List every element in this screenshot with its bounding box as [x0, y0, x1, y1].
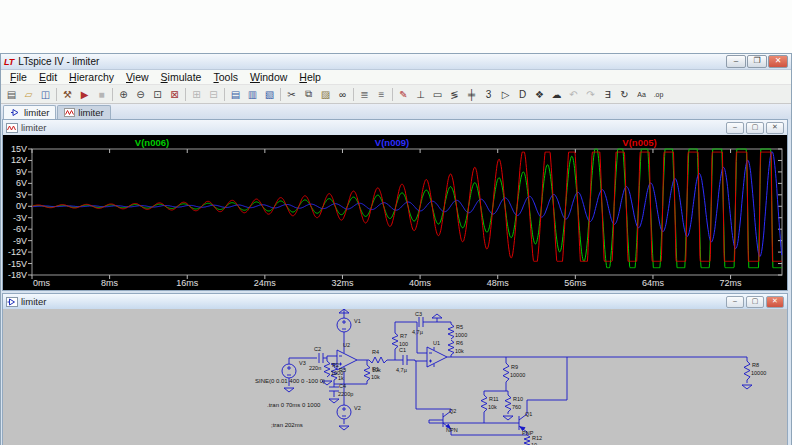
svg-text:3V: 3V [16, 190, 27, 200]
toolbar-button-autorange[interactable]: ⊟ [205, 87, 222, 102]
maximize-button[interactable]: ▢ [746, 122, 764, 134]
part-label-C3: C3 [415, 311, 422, 317]
toolbar-separator [112, 88, 113, 101]
svg-text:6V: 6V [16, 178, 27, 188]
part-label-C4: C4 [339, 383, 346, 389]
toolbar-button-zoom-full-extents[interactable]: ⊡ [149, 87, 166, 102]
menu-item-simulate[interactable]: Simulate [155, 71, 208, 83]
toolbar-button-component[interactable]: D [514, 87, 531, 102]
tab-limiter-schematic[interactable]: limiter [3, 105, 56, 119]
close-button[interactable]: ✕ [766, 296, 784, 308]
minimize-button[interactable]: – [726, 55, 746, 68]
toolbar-button-wire[interactable]: ✎ [395, 87, 412, 102]
maximize-button[interactable]: ▢ [746, 296, 764, 308]
menu-bar: FileEditHierarchyViewSimulateToolsWindow… [1, 70, 791, 85]
svg-text:0ms: 0ms [33, 278, 51, 288]
menu-item-hierarchy[interactable]: Hierarchy [63, 71, 120, 83]
part-label-R11: R11 [489, 396, 499, 402]
svg-text:8ms: 8ms [101, 278, 119, 288]
window-title: LTspice IV - limiter [18, 56, 726, 67]
toolbar-button-cut[interactable]: ✂ [283, 87, 300, 102]
toolbar-button-ground[interactable]: ⊥ [412, 87, 429, 102]
toolbar-button-tile-horizontal[interactable]: ▤ [227, 87, 244, 102]
part-label-R5: R5 [456, 324, 463, 330]
part-value-R9: 10000 [510, 372, 525, 378]
schematic-window-title: limiter [21, 296, 725, 307]
toolbar-button-inductor[interactable]: 3 [480, 87, 497, 102]
toolbar-button-save[interactable]: ◫ [37, 87, 54, 102]
minimize-button[interactable]: – [726, 296, 744, 308]
part-label-C2: C2 [314, 346, 321, 352]
menu-item-view[interactable]: View [120, 71, 155, 83]
schematic-titlebar[interactable]: limiter –▢✕ [3, 294, 787, 309]
toolbar-button-redo[interactable]: ↷ [582, 87, 599, 102]
menu-item-tools[interactable]: Tools [207, 71, 244, 83]
menu-item-window[interactable]: Window [244, 71, 293, 83]
part-value-R10: 760 [512, 404, 521, 410]
part-label-R10: R10 [513, 396, 523, 402]
toolbar-button-paste[interactable]: ▨ [317, 87, 334, 102]
restore-button[interactable]: ❐ [747, 55, 767, 68]
toolbar-button-halt[interactable]: ■ [93, 87, 110, 102]
toolbar-button-find[interactable]: ∞ [334, 87, 351, 102]
toolbar-button-pan[interactable]: ⊞ [188, 87, 205, 102]
part-label-R3: R3 [339, 367, 346, 373]
tab-label: limiter [78, 107, 103, 118]
toolbar-button-zoom-out[interactable]: ⊖ [132, 87, 149, 102]
toolbar-button-tile-vertical[interactable]: ▥ [244, 87, 261, 102]
tab-bar: limiterlimiter [1, 104, 791, 119]
toolbar-button-zoom-in[interactable]: ⊕ [115, 87, 132, 102]
toolbar-separator [224, 88, 225, 101]
toolbar-button-resistor[interactable]: ≶ [446, 87, 463, 102]
ltspice-main-window: LT LTspice IV - limiter –❐✕ FileEditHier… [0, 53, 792, 445]
toolbar-button-mirror[interactable]: ∃ [599, 87, 616, 102]
toolbar-button-print-preview[interactable]: ≡ [373, 87, 390, 102]
waveform-window-icon [6, 123, 18, 133]
toolbar-button-open[interactable]: ▱ [20, 87, 37, 102]
toolbar-separator [56, 88, 57, 101]
toolbar-button-text[interactable]: Aa [633, 87, 650, 102]
part-value-R3: 1k [338, 375, 344, 381]
toolbar-button-spice-directive[interactable]: .op [650, 87, 667, 102]
svg-text:-18V: -18V [8, 270, 27, 280]
close-button[interactable]: ✕ [766, 122, 784, 134]
toolbar-button-print[interactable]: ≣ [356, 87, 373, 102]
svg-text:15V: 15V [11, 144, 27, 154]
toolbar-separator [392, 88, 393, 101]
title-bar[interactable]: LT LTspice IV - limiter –❐✕ [1, 54, 791, 70]
menu-item-help[interactable]: Help [293, 71, 327, 83]
toolbar-button-zoom-back[interactable]: ⊠ [166, 87, 183, 102]
part-value-R7: 100 [399, 341, 408, 347]
minimize-button[interactable]: – [726, 122, 744, 134]
toolbar-button-move[interactable]: ❖ [531, 87, 548, 102]
toolbar-separator [280, 88, 281, 101]
toolbar-button-undo[interactable]: ↶ [565, 87, 582, 102]
toolbar-button-net-label[interactable]: ▭ [429, 87, 446, 102]
close-button[interactable]: ✕ [768, 55, 788, 68]
toolbar-button-diode[interactable]: ▷ [497, 87, 514, 102]
toolbar-button-cascade-windows[interactable]: ▧ [261, 87, 278, 102]
part-label-R6: R6 [456, 340, 463, 346]
toolbar-button-capacitor[interactable]: ╪ [463, 87, 480, 102]
toolbar-button-new-schematic[interactable]: ▤ [3, 87, 20, 102]
toolbar-button-rotate[interactable]: ↻ [616, 87, 633, 102]
menu-item-edit[interactable]: Edit [33, 71, 63, 83]
waveform-window-title: limiter [21, 122, 725, 133]
part-value-C4: 2200p [338, 391, 353, 397]
toolbar-button-drag[interactable]: ☁ [548, 87, 565, 102]
svg-text:-9V: -9V [13, 236, 27, 246]
part-value-R1: 10k [371, 374, 380, 380]
waveform-titlebar[interactable]: limiter –▢✕ [3, 120, 787, 135]
toolbar-button-control-panel[interactable]: ⚒ [59, 87, 76, 102]
waveform-icon [64, 108, 75, 117]
waveform-window: limiter –▢✕ 15V12V9V6V3V0V-3V-6V-9V-12V-… [2, 119, 788, 291]
waveform-plot[interactable]: 15V12V9V6V3V0V-3V-6V-9V-12V-15V-18V0ms8m… [3, 135, 787, 290]
spice-directive-text: ;tran 202ms [271, 422, 303, 428]
svg-text:9V: 9V [16, 167, 27, 177]
schematic-canvas[interactable]: V1V2V3C2220nR21000U2R31kC42200pR110kR410… [3, 309, 787, 445]
svg-text:56ms: 56ms [564, 278, 587, 288]
tab-limiter-waveform[interactable]: limiter [57, 105, 110, 119]
menu-item-file[interactable]: File [4, 71, 33, 83]
toolbar-button-copy[interactable]: ⧉ [300, 87, 317, 102]
toolbar-button-run[interactable]: ▶ [76, 87, 93, 102]
